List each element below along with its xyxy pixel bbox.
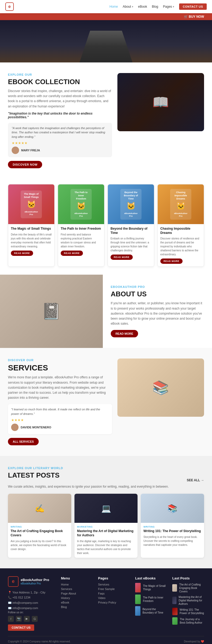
about-read-button[interactable]: READ MORE xyxy=(111,330,138,337)
post-image-1: ✍️ xyxy=(8,494,71,523)
footer-books-list: The Magic of Small Things The Path to In… xyxy=(135,583,167,616)
footer-pages-faqs[interactable]: Faqs xyxy=(98,592,130,595)
footer-book-title-2: The Path to Inner Freedom xyxy=(143,596,167,603)
footer-menu-home[interactable]: Home xyxy=(61,583,93,586)
nav-links: Home About eBook Blog Pages CONTACT US xyxy=(109,3,207,10)
youtube-icon[interactable]: ▶ xyxy=(24,616,30,622)
post-card-2: 💻 MARKETING Mastering the Art of Digital… xyxy=(74,494,138,557)
cat-icon-4: 🐱 xyxy=(173,201,189,211)
book-desc-3: Embark on a thrilling journey through ti… xyxy=(111,237,151,252)
footer-phone: 📞 +01 012 1234 xyxy=(8,595,56,600)
footer-menu-blog[interactable]: Blog xyxy=(61,605,93,609)
google-icon[interactable]: G xyxy=(32,616,38,622)
footer-menu-history[interactable]: History xyxy=(61,596,93,600)
footer-address: 📍 Your Address 1, Zip - City 📞 +01 012 1… xyxy=(8,590,56,611)
nav-contact-button[interactable]: CONTACT US xyxy=(179,3,207,10)
posts-header: EXPLORE OUR LITERARY WORLD LATEST POSTS … xyxy=(8,466,204,482)
footer-brand: e eBookAuthor Pro eBookAuthor Pro 📍 Your… xyxy=(8,576,56,631)
book-title-1: The Magic of Small Things xyxy=(11,227,52,231)
reviewer-avatar xyxy=(12,147,19,154)
footer-post-img-1 xyxy=(172,584,177,592)
footer-pages-privacy[interactable]: Privacy Policy xyxy=(98,601,130,604)
nav-home[interactable]: Home xyxy=(109,5,118,8)
nav-pages[interactable]: Pages xyxy=(163,5,174,8)
posts-grid: ✍️ WRITING The Art of Crafting Engaging … xyxy=(8,494,204,557)
instagram-icon[interactable]: 📷 xyxy=(16,616,22,622)
post-image-2: 💻 xyxy=(74,494,138,523)
footer-logo-text-block: eBookAuthor Pro eBookAuthor Pro xyxy=(21,578,49,585)
footer-book-cover-3 xyxy=(135,606,140,616)
discover-button[interactable]: DISCOVER NOW xyxy=(8,161,42,168)
ebook-label: EXPLORE OUR xyxy=(8,73,112,76)
book-cover-inner-2: The Path toInner Freedom 🐱 eBookAuthor P… xyxy=(70,189,92,220)
post-icon-1: ✍️ xyxy=(35,504,45,513)
footer-posts-title: Last Posts xyxy=(172,576,204,580)
about-image-inner: 📓 xyxy=(0,275,103,348)
read-more-1[interactable]: READ MORE xyxy=(11,251,33,256)
footer-email-1: ✉️ info@company.com xyxy=(8,600,56,606)
footer-post-title-4: The Journey of a Best-Selling Author xyxy=(180,618,204,624)
footer-posts-list: The Art of Crafting Engaging Book Covers… xyxy=(172,583,204,625)
nav-about[interactable]: About xyxy=(123,5,133,8)
nav-ebook[interactable]: eBook xyxy=(138,5,147,8)
reviewer: MARY FREJA xyxy=(12,147,108,154)
hero-section xyxy=(0,20,212,62)
footer-menu-col: Menu Home Services Page About History eB… xyxy=(61,576,93,631)
footer-pages-services[interactable]: Services xyxy=(98,583,130,586)
nav-blog[interactable]: Blog xyxy=(152,5,158,8)
footer-logo-icon: e xyxy=(8,576,19,587)
reviewer-name: MARY FREJA xyxy=(21,149,40,152)
post-text-3: Storytelling is at the heart of every gr… xyxy=(143,535,201,547)
footer-book-cover-2 xyxy=(135,595,141,604)
social-icons: f 📷 ▶ G xyxy=(8,616,56,622)
book-info-4: Chasing Impossible Dreams Discover stori… xyxy=(158,224,204,266)
book-card-1: The Magic ofSmall Things 🐱 eBookAuthor P… xyxy=(8,184,55,267)
book-icon: 📖 xyxy=(152,94,169,110)
post-info-3: WRITING Writing 101: The Power of Storyt… xyxy=(141,523,204,550)
footer-post-img-4 xyxy=(172,617,178,625)
post-icon-2: 💻 xyxy=(101,504,111,513)
footer: e eBookAuthor Pro eBookAuthor Pro 📍 Your… xyxy=(0,568,212,644)
post-text-2: In the digital age, marketing is key to … xyxy=(77,539,135,555)
post-info-2: MARKETING Mastering the Art of Digital M… xyxy=(74,523,138,557)
post-title-2: Mastering the Art of Digital Marketing f… xyxy=(77,529,135,537)
services-text: DISCOVER OUR SERVICES We're more than ju… xyxy=(8,359,112,445)
read-more-2[interactable]: READ MORE xyxy=(61,251,83,256)
footer-address-line: 📍 Your Address 1, Zip - City xyxy=(8,590,56,595)
logo[interactable]: e xyxy=(5,2,14,11)
footer-menu-ebook[interactable]: eBook xyxy=(61,601,93,604)
footer-post-img-3 xyxy=(172,608,178,615)
post-cat-3: WRITING xyxy=(143,525,201,528)
post-card-1: ✍️ WRITING The Art of Crafting Engaging … xyxy=(8,494,71,557)
services-reviewer: DAVIDE MONTENERO xyxy=(11,424,109,431)
footer-contact-button[interactable]: CONTACT US xyxy=(8,624,34,631)
about-title: ABOUT US xyxy=(111,290,204,298)
footer-pages-video[interactable]: Video xyxy=(98,596,130,600)
buy-now-button[interactable]: 🛒 BUY NOW xyxy=(181,14,207,20)
ebook-image: 📖 xyxy=(117,73,204,131)
see-all-link[interactable]: SEE ALL xyxy=(187,478,204,482)
all-services-button[interactable]: ALL SERVICES xyxy=(8,438,39,445)
read-more-3[interactable]: READ MORE xyxy=(111,255,133,260)
services-section: DISCOVER OUR SERVICES We're more than ju… xyxy=(0,348,212,456)
facebook-icon[interactable]: f xyxy=(8,616,14,622)
footer-logo: e eBookAuthor Pro eBookAuthor Pro xyxy=(8,576,56,587)
footer-post-4: The Journey of a Best-Selling Author xyxy=(172,617,204,625)
book-title-4: Chasing Impossible Dreams xyxy=(160,227,201,235)
services-desc: We're more than just a template. eBookAu… xyxy=(8,375,112,400)
cat-icon-3: 🐱 xyxy=(123,201,139,211)
footer-pages-free[interactable]: Free Sample xyxy=(98,587,130,591)
footer-menu-about[interactable]: Page About xyxy=(61,592,93,595)
book-card-3: Beyond theBoundary of Time 🐱 eBookAuthor… xyxy=(108,184,154,267)
ebook-quote: "Imagination is the key that unlocks the… xyxy=(8,112,112,119)
services-image-column: 📚 xyxy=(117,359,204,445)
footer-book-1: The Magic of Small Things xyxy=(135,583,167,592)
footer-menu-services[interactable]: Services xyxy=(61,587,93,591)
post-title-3: Writing 101: The Power of Storytelling xyxy=(143,529,201,533)
buy-now-bar[interactable]: 🛒 BUY NOW xyxy=(0,13,212,20)
cat-icon-1: 🐱 xyxy=(23,200,39,209)
services-testimonial-text: "I learned so much from this ebook. It m… xyxy=(11,407,109,416)
read-more-4[interactable]: READ MORE xyxy=(160,258,183,264)
footer-menu-list: Home Services Page About History eBook B… xyxy=(61,583,93,609)
book-cover-1: The Magic ofSmall Things 🐱 eBookAuthor P… xyxy=(8,184,54,224)
